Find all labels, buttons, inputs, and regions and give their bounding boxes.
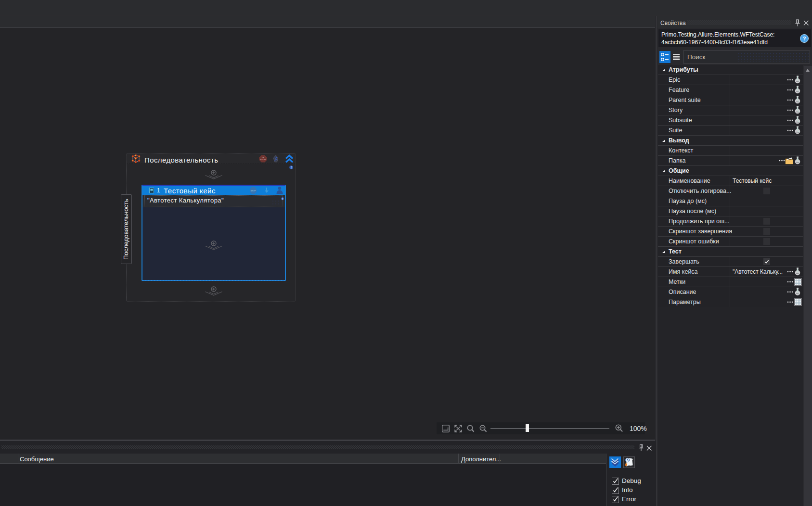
- svg-text:STOP: STOP: [251, 190, 256, 192]
- svg-text:?: ?: [803, 36, 806, 41]
- svg-text:STOP: STOP: [260, 158, 266, 161]
